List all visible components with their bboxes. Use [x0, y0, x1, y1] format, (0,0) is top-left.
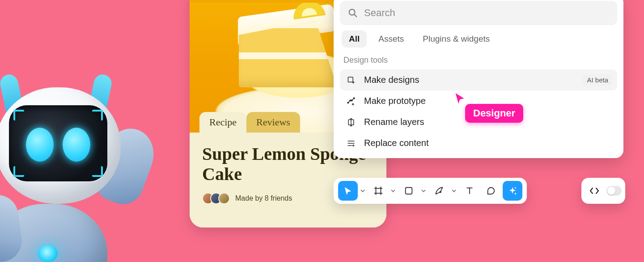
command-panel: All Assets Plugins & widgets Design tool… — [334, 0, 623, 158]
search-input[interactable] — [364, 7, 609, 19]
dev-mode-button[interactable] — [585, 181, 604, 200]
tool-comment[interactable] — [481, 181, 501, 201]
tool-rectangle[interactable] — [399, 181, 419, 201]
tab-reviews[interactable]: Reviews — [246, 112, 300, 133]
search-row[interactable] — [340, 1, 617, 25]
svg-point-24 — [515, 187, 516, 189]
svg-line-1 — [354, 14, 356, 17]
collaborator-label: Designer — [465, 104, 523, 123]
svg-point-6 — [350, 100, 351, 101]
tool-ai-sparkle[interactable] — [503, 181, 522, 201]
rename-layers-icon — [346, 118, 356, 127]
dev-mode-toggle[interactable] — [606, 186, 622, 196]
svg-point-7 — [351, 100, 352, 101]
tab-recipe[interactable]: Recipe — [199, 112, 246, 133]
tool-pen[interactable] — [429, 181, 449, 201]
tool-frame[interactable] — [369, 181, 388, 201]
svg-rect-2 — [348, 77, 353, 82]
svg-point-21 — [440, 191, 441, 193]
friend-avatars — [202, 193, 230, 204]
tool-rectangle-caret[interactable] — [419, 181, 428, 201]
svg-point-8 — [353, 98, 355, 99]
filter-tab-all[interactable]: All — [342, 30, 367, 47]
robot-illustration — [0, 56, 152, 262]
svg-point-5 — [347, 102, 349, 103]
tool-move-caret[interactable] — [359, 181, 367, 201]
filter-tab-plugins[interactable]: Plugins & widgets — [415, 30, 497, 47]
svg-rect-20 — [406, 188, 412, 194]
ai-beta-badge: AI beta — [582, 74, 613, 86]
filter-tab-assets[interactable]: Assets — [371, 30, 411, 47]
section-label-design-tools: Design tools — [343, 56, 614, 65]
search-icon — [348, 8, 358, 18]
tool-replace-content[interactable]: Replace content — [340, 133, 617, 154]
tool-pen-caret[interactable] — [450, 181, 458, 201]
prototype-icon — [346, 97, 356, 106]
tool-move[interactable] — [338, 181, 358, 201]
dev-mode-pill — [581, 178, 625, 204]
tool-make-designs[interactable]: Make designs AI beta — [340, 69, 617, 90]
tool-text[interactable] — [460, 181, 479, 201]
frame-plus-icon — [346, 76, 356, 85]
design-toolbar — [334, 178, 527, 204]
replace-content-icon — [346, 139, 356, 148]
tool-frame-caret[interactable] — [389, 181, 397, 201]
